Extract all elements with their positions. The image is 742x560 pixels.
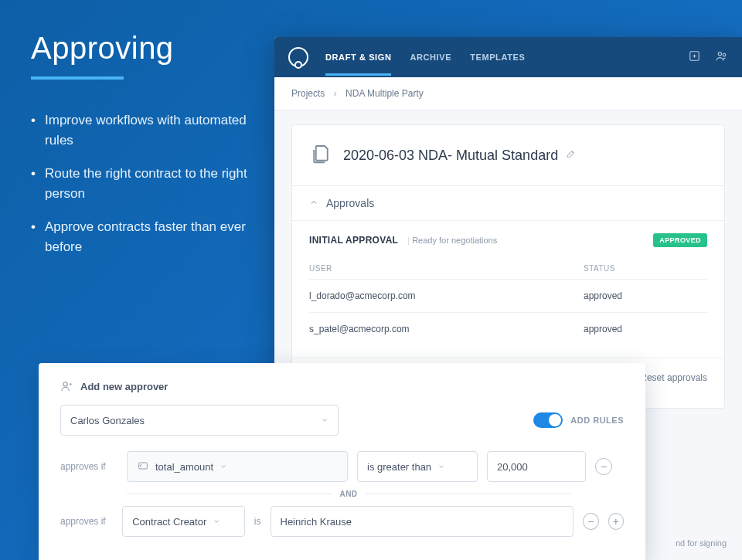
team-icon[interactable] (715, 49, 728, 66)
chevron-down-icon (220, 461, 227, 473)
col-user: USER (309, 264, 584, 273)
is-text: is (254, 516, 261, 527)
bottom-right-text: nd for signing (676, 538, 727, 548)
variable-icon (137, 460, 149, 474)
table-row: s_patel@acmecorp.com approved (309, 313, 707, 345)
chevron-down-icon (213, 516, 220, 528)
rule1-value-input[interactable]: 20,000 (487, 451, 586, 482)
and-divider: AND (127, 490, 570, 498)
reset-label: Reset approvals (640, 372, 707, 383)
topbar: DRAFT & SIGN ARCHIVE TEMPLATES (274, 37, 742, 77)
breadcrumb-current: NDA Multiple Party (345, 88, 424, 99)
add-approver-title: Add new approver (80, 381, 168, 392)
chevron-right-icon: › (334, 88, 337, 99)
status-cell: approved (584, 290, 707, 301)
document-header: 2020-06-03 NDA- Mutual Standard (292, 125, 724, 185)
marketing-title: Approving (31, 31, 263, 66)
nav-tabs: DRAFT & SIGN ARCHIVE TEMPLATES (325, 39, 671, 76)
rule1-field-value: total_amount (155, 461, 213, 473)
rule2-field-value: Contract Creator (132, 516, 206, 528)
user-cell: l_dorado@acmecorp.com (309, 290, 584, 301)
svg-point-10 (63, 382, 67, 386)
marketing-underline (31, 76, 124, 80)
marketing-panel: Approving Improve workflows with automat… (31, 31, 263, 270)
approved-badge: APPROVED (653, 233, 707, 247)
add-rule-button[interactable]: + (608, 513, 624, 530)
add-icon[interactable] (688, 49, 701, 66)
approvals-section-toggle[interactable]: Approvals (292, 185, 724, 220)
add-rules-toggle[interactable] (533, 412, 563, 428)
approver-select[interactable]: Carlos Gonzales (60, 405, 339, 436)
document-title: 2020-06-03 NDA- Mutual Standard (343, 148, 558, 164)
add-approver-card: Add new approver Carlos Gonzales ADD RUL… (39, 363, 645, 560)
remove-rule-button[interactable]: − (583, 513, 598, 530)
rule1-field-select[interactable]: total_amount (127, 451, 348, 482)
rule1-operator-select[interactable]: is greater than (357, 451, 478, 482)
tab-draft-sign[interactable]: DRAFT & SIGN (325, 39, 391, 76)
rule-label: approves if (60, 461, 117, 472)
table-row: l_dorado@acmecorp.com approved (309, 280, 707, 313)
add-approver-header: Add new approver (60, 380, 624, 392)
tab-archive[interactable]: ARCHIVE (410, 39, 451, 76)
rule2-value-input[interactable]: Heinrich Krause (271, 506, 574, 537)
and-text: AND (339, 490, 357, 498)
svg-point-4 (723, 53, 726, 56)
marketing-list: Improve workflows with automated rules R… (31, 110, 263, 256)
add-rules-label: ADD RULES (570, 416, 624, 425)
breadcrumb: Projects › NDA Multiple Party (274, 77, 742, 110)
marketing-bullet: Route the right contract to the right pe… (31, 164, 263, 203)
marketing-bullet: Improve workflows with automated rules (31, 110, 263, 150)
chevron-down-icon (321, 415, 328, 426)
col-status: STATUS (584, 264, 707, 273)
edit-title-icon[interactable] (566, 148, 577, 162)
initial-approval-subtitle: Ready for negotiations (407, 236, 497, 245)
remove-rule-button[interactable]: − (595, 458, 612, 475)
chevron-down-icon (437, 461, 445, 473)
tab-templates[interactable]: TEMPLATES (470, 39, 525, 76)
status-cell: approved (584, 324, 707, 334)
user-cell: s_patel@acmecorp.com (309, 324, 584, 334)
document-icon (309, 142, 332, 168)
rule2-value: Heinrich Krause (281, 516, 352, 528)
rule-row-2: approves if Contract Creator is Heinrich… (60, 506, 624, 537)
breadcrumb-root[interactable]: Projects (291, 88, 325, 99)
svg-point-3 (718, 52, 721, 55)
rule1-value: 20,000 (497, 461, 528, 473)
chevron-up-icon (309, 197, 318, 209)
rule1-operator-value: is greater than (367, 461, 431, 473)
app-logo-icon[interactable] (288, 47, 308, 67)
approver-value: Carlos Gonzales (70, 415, 145, 426)
approval-table: USER STATUS l_dorado@acmecorp.com approv… (309, 258, 707, 345)
rule-label: approves if (60, 516, 113, 527)
rule2-field-select[interactable]: Contract Creator (122, 506, 245, 537)
rule-row-1: approves if total_amount is greater than… (60, 451, 624, 482)
approvals-title: Approvals (326, 197, 374, 209)
initial-approval-title: INITIAL APPROVAL (309, 235, 398, 246)
topbar-icons (688, 49, 728, 66)
initial-approval-block: INITIAL APPROVAL Ready for negotiations … (292, 220, 724, 358)
marketing-bullet: Approve contracts faster than ever befor… (31, 217, 263, 256)
